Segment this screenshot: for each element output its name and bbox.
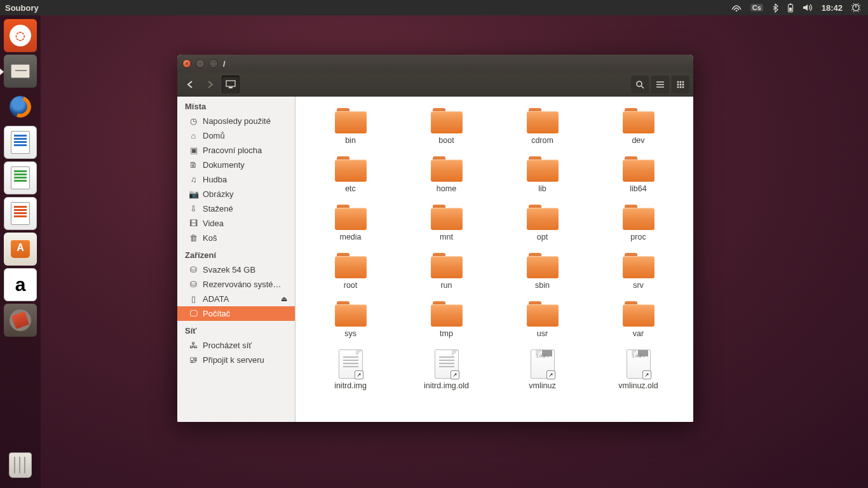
disk-icon: ⛁ — [189, 280, 198, 289]
path-computer-button[interactable] — [222, 76, 240, 93]
sidebar-item-dom-[interactable]: ⌂Domů — [177, 128, 295, 143]
sidebar-item-proch-zet-s-[interactable]: 🖧Procházet síť — [177, 338, 295, 353]
file-item-sys[interactable]: sys — [308, 299, 393, 341]
file-item-var[interactable]: var — [596, 299, 681, 341]
file-item-tmp[interactable]: tmp — [404, 299, 489, 341]
file-icon: ↗ — [435, 349, 459, 379]
sidebar-item-label: Videa — [203, 219, 224, 228]
sidebar-item-sta-en-[interactable]: ⇩Stažené — [177, 201, 295, 216]
svg-point-12 — [680, 83, 682, 85]
session-icon[interactable] — [851, 3, 860, 12]
launcher-firefox[interactable] — [4, 90, 37, 123]
file-label: lib — [538, 184, 546, 193]
launcher-trash[interactable] — [4, 449, 37, 482]
file-item-initrd-img-old[interactable]: ↗initrd.img.old — [404, 347, 489, 393]
sidebar-heading: Síť — [177, 321, 295, 338]
file-item-vmlinuz-old[interactable]: ↗vmlinuz.old — [596, 347, 681, 393]
folder-icon — [431, 301, 463, 327]
maximize-button[interactable]: ▢ — [209, 59, 218, 68]
sidebar-item-ko-[interactable]: 🗑Koš — [177, 231, 295, 245]
sidebar-item-label: Naposledy použité — [203, 116, 271, 126]
sidebar-item-naposledy-pou-it-[interactable]: ◷Naposledy použité — [177, 114, 295, 128]
file-item-media[interactable]: media — [308, 202, 393, 244]
clock[interactable]: 18:42 — [822, 3, 843, 13]
file-item-sbin[interactable]: sbin — [500, 250, 585, 292]
svg-rect-6 — [229, 87, 233, 88]
launcher-settings[interactable] — [4, 304, 37, 337]
bluetooth-icon[interactable] — [772, 3, 778, 13]
sidebar-item-videa[interactable]: 🎞Videa — [177, 216, 295, 231]
sidebar-item-obr-zky[interactable]: 📷Obrázky — [177, 187, 295, 201]
file-item-srv[interactable]: srv — [596, 250, 681, 292]
file-item-proc[interactable]: proc — [596, 202, 681, 244]
search-button[interactable] — [631, 76, 649, 93]
file-item-usr[interactable]: usr — [500, 299, 585, 341]
sidebar-item-label: Domů — [203, 131, 225, 140]
file-item-initrd-img[interactable]: ↗initrd.img — [308, 347, 393, 393]
sidebar-item-label: Dokumenty — [203, 160, 245, 170]
sidebar-item-svazek-54-gb[interactable]: ⛁Svazek 54 GB — [177, 262, 295, 277]
sidebar-item-p-ipojit-k-serveru[interactable]: 🖳Připojit k serveru — [177, 353, 295, 367]
file-icon: ↗ — [531, 349, 555, 379]
file-item-run[interactable]: run — [404, 250, 489, 292]
folder-icon — [335, 205, 367, 230]
svg-point-0 — [735, 10, 737, 11]
symlink-badge-icon: ↗ — [355, 370, 363, 379]
file-item-bin[interactable]: bin — [308, 105, 393, 147]
sidebar-item-dokumenty[interactable]: 🗎Dokumenty — [177, 158, 295, 172]
sound-icon[interactable] — [803, 3, 813, 12]
titlebar[interactable]: × – ▢ / — [177, 55, 693, 72]
svg-point-10 — [682, 81, 684, 83]
music-icon: ♫ — [189, 175, 198, 184]
close-button[interactable]: × — [182, 59, 191, 68]
launcher-calc[interactable] — [4, 161, 37, 194]
file-item-boot[interactable]: boot — [404, 105, 489, 147]
dash-button[interactable]: ◌ — [4, 19, 37, 52]
network-icon[interactable] — [731, 4, 742, 11]
sidebar-item-po-ta-[interactable]: 🖵Počítač — [177, 306, 295, 321]
file-item-cdrom[interactable]: cdrom — [500, 105, 585, 147]
computer-icon: 🖵 — [189, 309, 198, 318]
sidebar-item-rezervov-no-syst-[interactable]: ⛁Rezervováno systé… — [177, 277, 295, 292]
svg-point-7 — [637, 81, 642, 86]
grid-view-button[interactable] — [672, 76, 689, 93]
file-item-lib[interactable]: lib — [500, 154, 585, 196]
folder-icon — [623, 301, 654, 327]
forward-button[interactable] — [201, 76, 219, 93]
file-item-dev[interactable]: dev — [596, 105, 681, 147]
launcher-impress[interactable] — [4, 197, 37, 230]
sidebar-item-label: ADATA — [203, 294, 229, 304]
back-button[interactable] — [181, 76, 199, 93]
file-label: proc — [630, 233, 646, 241]
clock-icon: ◷ — [189, 116, 198, 126]
list-view-button[interactable] — [651, 76, 669, 93]
file-item-home[interactable]: home — [404, 154, 489, 196]
file-item-vmlinuz[interactable]: ↗vmlinuz — [500, 347, 585, 393]
launcher-amazon[interactable]: a — [4, 268, 37, 301]
launcher-software[interactable] — [4, 233, 37, 266]
launcher-writer[interactable] — [4, 126, 37, 159]
file-item-opt[interactable]: opt — [500, 202, 585, 244]
eject-icon[interactable]: ⏏ — [281, 295, 287, 303]
content-area[interactable]: binbootcdromdevetchomeliblib64mediamntop… — [295, 97, 693, 422]
file-item-lib64[interactable]: lib64 — [596, 154, 681, 196]
file-item-root[interactable]: root — [308, 250, 393, 292]
sidebar-item-pracovn-plocha[interactable]: ▣Pracovní plocha — [177, 143, 295, 158]
sidebar-item-adata[interactable]: ▯ADATA⏏ — [177, 292, 295, 306]
sidebar-item-label: Hudba — [203, 175, 227, 184]
launcher-files[interactable] — [4, 55, 37, 88]
keyboard-indicator[interactable]: Cs — [750, 4, 763, 11]
sidebar-item-hudba[interactable]: ♫Hudba — [177, 172, 295, 187]
file-label: cdrom — [531, 136, 553, 145]
file-item-etc[interactable]: etc — [308, 154, 393, 196]
symlink-badge-icon: ↗ — [642, 370, 651, 379]
sidebar-item-label: Koš — [203, 233, 217, 243]
svg-point-9 — [680, 81, 682, 83]
minimize-button[interactable]: – — [196, 59, 205, 68]
svg-point-11 — [677, 83, 679, 85]
battery-icon[interactable] — [787, 3, 794, 13]
file-item-mnt[interactable]: mnt — [404, 202, 489, 244]
sidebar-heading: Místa — [177, 97, 295, 114]
folder-icon — [623, 253, 654, 278]
svg-point-15 — [680, 86, 682, 88]
